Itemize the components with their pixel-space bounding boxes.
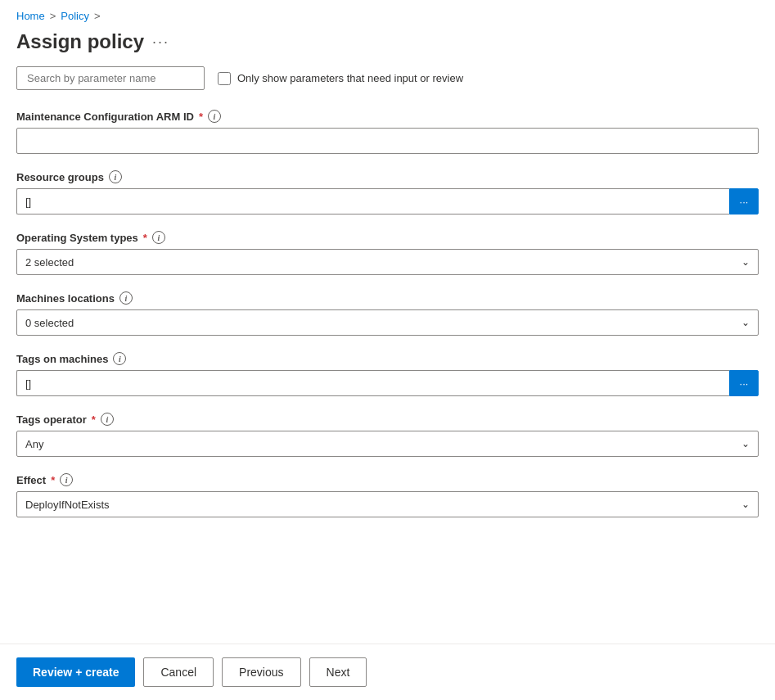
- effect-value: DeployIfNotExists: [25, 499, 110, 511]
- page-header: Assign policy ···: [0, 27, 775, 66]
- tags-operator-info-icon[interactable]: i: [101, 413, 114, 426]
- machines-locations-label: Machines locations i: [16, 291, 759, 305]
- resource-groups-info-icon[interactable]: i: [109, 170, 122, 183]
- tags-operator-chevron-icon: ⌄: [741, 438, 750, 449]
- filter-checkbox-text: Only show parameters that need input or …: [237, 72, 463, 84]
- maintenance-config-label-text: Maintenance Configuration ARM ID: [16, 111, 194, 123]
- previous-button[interactable]: Previous: [222, 657, 300, 687]
- tags-operator-dropdown[interactable]: Any ⌄: [16, 431, 759, 457]
- more-options-icon[interactable]: ···: [152, 34, 169, 51]
- breadcrumb-sep2: >: [94, 10, 101, 22]
- effect-dropdown[interactable]: DeployIfNotExists ⌄: [16, 491, 759, 517]
- effect-label-text: Effect: [16, 474, 46, 486]
- tags-on-machines-info-icon[interactable]: i: [113, 352, 126, 365]
- breadcrumb-policy[interactable]: Policy: [61, 10, 89, 22]
- machines-locations-dropdown[interactable]: 0 selected ⌄: [16, 309, 759, 336]
- maintenance-config-group: Maintenance Configuration ARM ID * i: [16, 110, 759, 154]
- tags-operator-label-text: Tags operator: [16, 413, 87, 426]
- maintenance-config-input[interactable]: [16, 128, 759, 154]
- maintenance-config-label: Maintenance Configuration ARM ID * i: [16, 110, 759, 123]
- resource-groups-label-text: Resource groups: [16, 171, 104, 183]
- effect-group: Effect * i DeployIfNotExists ⌄: [16, 473, 759, 517]
- os-types-label-text: Operating System types: [16, 232, 138, 244]
- tags-on-machines-input-group: ···: [16, 370, 759, 396]
- page-title: Assign policy: [16, 30, 144, 53]
- effect-required: *: [51, 474, 55, 486]
- os-types-required: *: [143, 232, 147, 244]
- content-area: Only show parameters that need input or …: [0, 66, 775, 517]
- machines-locations-group: Machines locations i 0 selected ⌄: [16, 291, 759, 336]
- os-types-chevron-icon: ⌄: [741, 256, 750, 268]
- tags-on-machines-browse-button[interactable]: ···: [729, 370, 759, 396]
- maintenance-config-info-icon[interactable]: i: [208, 110, 221, 123]
- effect-chevron-icon: ⌄: [741, 499, 750, 510]
- resource-groups-browse-button[interactable]: ···: [729, 188, 759, 215]
- os-types-value: 2 selected: [25, 256, 74, 269]
- filter-bar: Only show parameters that need input or …: [16, 66, 759, 90]
- machines-locations-value: 0 selected: [25, 317, 74, 329]
- filter-checkbox-label[interactable]: Only show parameters that need input or …: [218, 72, 463, 85]
- tags-operator-value: Any: [25, 438, 43, 450]
- resource-groups-group: Resource groups i ···: [16, 170, 759, 215]
- tags-operator-label: Tags operator * i: [16, 413, 759, 426]
- tags-on-machines-input[interactable]: [16, 370, 729, 396]
- effect-info-icon[interactable]: i: [60, 473, 73, 486]
- footer-bar: Review + create Cancel Previous Next: [0, 644, 775, 700]
- machines-locations-chevron-icon: ⌄: [741, 317, 750, 328]
- resource-groups-input-group: ···: [16, 188, 759, 215]
- tags-on-machines-label-text: Tags on machines: [16, 353, 108, 365]
- tags-on-machines-group: Tags on machines i ···: [16, 352, 759, 396]
- machines-locations-label-text: Machines locations: [16, 292, 115, 305]
- os-types-group: Operating System types * i 2 selected ⌄: [16, 231, 759, 275]
- search-input[interactable]: [16, 66, 205, 90]
- review-create-button[interactable]: Review + create: [16, 657, 135, 687]
- next-button[interactable]: Next: [309, 657, 367, 687]
- filter-checkbox[interactable]: [218, 72, 231, 85]
- os-types-info-icon[interactable]: i: [152, 231, 165, 244]
- cancel-button[interactable]: Cancel: [143, 657, 214, 687]
- tags-operator-group: Tags operator * i Any ⌄: [16, 413, 759, 457]
- resource-groups-label: Resource groups i: [16, 170, 759, 183]
- resource-groups-input[interactable]: [16, 188, 729, 215]
- os-types-label: Operating System types * i: [16, 231, 759, 244]
- os-types-dropdown[interactable]: 2 selected ⌄: [16, 249, 759, 275]
- breadcrumb-sep1: >: [50, 10, 56, 22]
- breadcrumb: Home > Policy >: [0, 0, 775, 27]
- machines-locations-info-icon[interactable]: i: [119, 291, 133, 305]
- maintenance-config-required: *: [199, 111, 203, 123]
- tags-operator-required: *: [92, 413, 96, 426]
- effect-label: Effect * i: [16, 473, 759, 486]
- tags-on-machines-label: Tags on machines i: [16, 352, 759, 365]
- breadcrumb-home[interactable]: Home: [16, 10, 45, 22]
